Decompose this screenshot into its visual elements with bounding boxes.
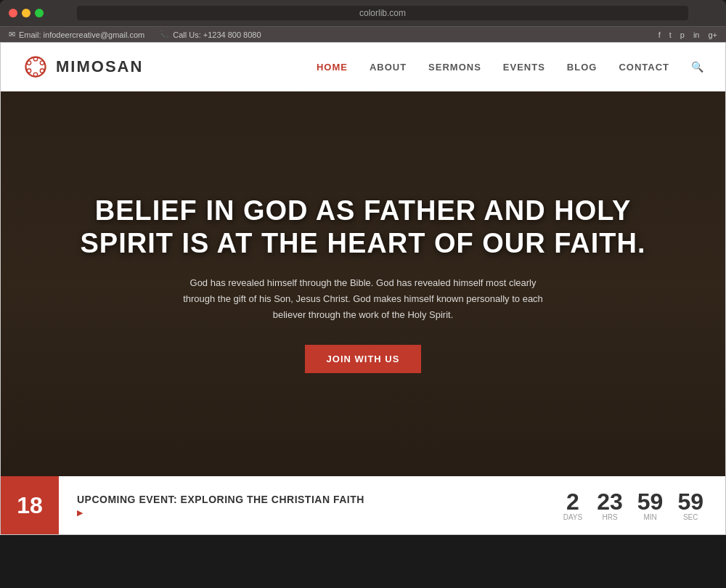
phone-info: 📞 Call Us: +1234 800 8080 <box>159 30 261 39</box>
hours-number: 23 <box>597 490 623 513</box>
svg-point-6 <box>27 61 30 65</box>
nav-link-about[interactable]: ABOUT <box>370 62 407 73</box>
countdown-days: 2 DAYS <box>563 490 583 521</box>
browser-chrome: colorlib.com ✉ Email: infodeercreative@g… <box>0 0 726 42</box>
seconds-number: 59 <box>677 490 703 513</box>
logo-text: MIMOSAN <box>56 57 143 76</box>
days-label: DAYS <box>563 513 583 521</box>
countdown-timer: 2 DAYS 23 HRS 59 MIN 59 SEC <box>563 490 725 521</box>
nav-link-blog[interactable]: BLOG <box>567 62 597 73</box>
search-icon[interactable]: 🔍 <box>691 61 703 73</box>
navbar: MIMOSAN HOME ABOUT SERMONS EVENTS BLOG C… <box>1 43 725 91</box>
nav-link-home[interactable]: HOME <box>317 62 348 73</box>
address-bar[interactable]: colorlib.com <box>77 6 688 20</box>
email-icon: ✉ <box>9 30 15 39</box>
countdown-hours: 23 HRS <box>597 490 623 521</box>
maximize-dot[interactable] <box>35 9 44 17</box>
nav-links: HOME ABOUT SERMONS EVENTS BLOG CONTACT 🔍 <box>317 61 703 73</box>
email-text: Email: infodeercreative@gmail.com <box>19 30 144 39</box>
days-number: 2 <box>563 490 583 513</box>
svg-point-3 <box>40 69 44 73</box>
svg-point-5 <box>27 69 30 73</box>
nav-link-events[interactable]: EVENTS <box>503 62 545 73</box>
phone-icon: 📞 <box>159 30 169 39</box>
social-icons: f t p in g+ <box>658 30 717 39</box>
hero-subtitle: God has revealed himself through the Bib… <box>174 275 552 323</box>
phone-text: Call Us: +1234 800 8080 <box>173 30 261 39</box>
website-content: MIMOSAN HOME ABOUT SERMONS EVENTS BLOG C… <box>0 42 726 535</box>
hero-content: BELIEF IN GOD AS FATHER AND HOLY SPIRIT … <box>1 91 725 476</box>
browser-titlebar: colorlib.com <box>0 0 726 26</box>
browser-toolbar: ✉ Email: infodeercreative@gmail.com 📞 Ca… <box>0 26 726 42</box>
logo-area: MIMOSAN <box>23 54 143 80</box>
close-dot[interactable] <box>9 9 17 17</box>
hero-section: BELIEF IN GOD AS FATHER AND HOLY SPIRIT … <box>1 91 725 476</box>
svg-point-0 <box>26 57 46 77</box>
minutes-number: 59 <box>637 490 664 513</box>
linkedin-icon[interactable]: in <box>693 30 700 39</box>
event-date: 18 <box>1 476 59 534</box>
event-bar: 18 UPCOMING EVENT: EXPLORING THE CHRISTI… <box>1 476 725 534</box>
event-info: UPCOMING EVENT: EXPLORING THE CHRISTIAN … <box>59 494 563 518</box>
logo-icon <box>23 54 49 80</box>
email-info: ✉ Email: infodeercreative@gmail.com <box>9 30 144 39</box>
nav-link-contact[interactable]: CONTACT <box>619 62 669 73</box>
facebook-icon[interactable]: f <box>658 30 661 39</box>
twitter-icon[interactable]: t <box>669 30 672 39</box>
nav-link-sermons[interactable]: SERMONS <box>428 62 481 73</box>
countdown-minutes: 59 MIN <box>637 490 664 521</box>
hero-title: BELIEF IN GOD AS FATHER AND HOLY SPIRIT … <box>59 195 667 261</box>
event-title: UPCOMING EVENT: EXPLORING THE CHRISTIAN … <box>77 494 545 505</box>
join-button[interactable]: JOIN WITH US <box>305 345 422 373</box>
event-meta[interactable]: ▶ <box>77 508 545 518</box>
countdown-seconds: 59 SEC <box>677 490 703 521</box>
svg-point-2 <box>40 61 44 65</box>
minimize-dot[interactable] <box>22 9 30 17</box>
pinterest-icon[interactable]: p <box>680 30 685 39</box>
googleplus-icon[interactable]: g+ <box>708 30 717 39</box>
